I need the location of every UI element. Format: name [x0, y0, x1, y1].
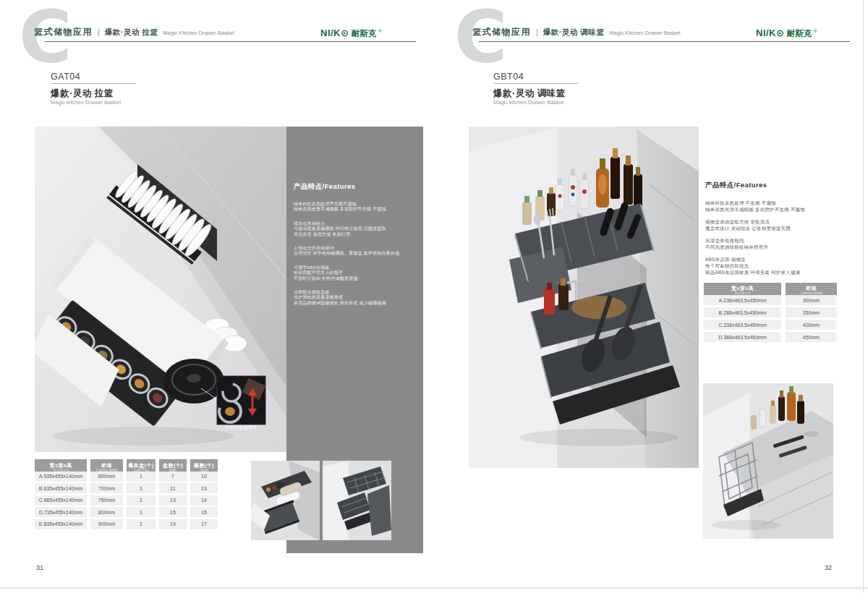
header-underline — [45, 41, 416, 42]
brand-logo-en: NI/K⊙ — [320, 27, 349, 38]
product-title-cn: 爆款·灵动 拉篮 — [51, 88, 114, 100]
inset-detail-photo — [217, 376, 265, 425]
brand-logo-en: NI/K⊙ — [756, 27, 784, 38]
feature-group: 可调节ABS分隔板 轻松匹配不同大小的瓶子 不用时可拆卸 拒绝约束随意摆放 — [294, 265, 414, 281]
feature-group: 纳米科技表面处理 不生锈 不腐蚀 纳米表面光滑手感细腻 多层防护不生锈 不腐蚀 — [705, 200, 844, 213]
spice-basket-illustration — [469, 127, 699, 468]
registered-mark-icon: ® — [378, 29, 381, 33]
feature-line: 纳米表面光滑手感细腻 多层防护不生锈 不腐蚀 — [294, 207, 414, 212]
drawer-basket-illustration — [35, 127, 286, 452]
feature-line: 高深盒体低矮瓶托 — [705, 237, 844, 244]
feature-line: ABS食品级 储物盒 — [705, 256, 844, 263]
table-cell: D.388x463.5x450mm — [704, 332, 781, 342]
feature-group: ABS食品级 储物盒 每个可单独拆卸清洗 精选ABS食品级材质 环保无毒 呵护家… — [705, 256, 844, 276]
feature-line: 不用时可拆卸 拒绝约束随意摆放 — [294, 276, 414, 281]
product-code: GAT04 — [51, 72, 80, 82]
feature-group: 高深盒体低矮瓶托 不同高度调味瓶收纳井然有序 — [705, 237, 844, 250]
header-category: 篮式储物应用 — [34, 26, 93, 38]
feature-line: 采用品牌缓冲隐藏滑轨 推拉轻柔 减少碗碟碰撞 — [294, 301, 414, 306]
feature-line: 不同高度调味瓶收纳井然有序 — [705, 244, 844, 250]
table-cell: 1 — [127, 495, 156, 505]
feature-group: 人性化分区收纳设计 合理分区 科学收纳碗碟架、置物盒 集中收纳分类存放 — [294, 246, 414, 257]
product-code: GBT04 — [493, 72, 524, 82]
table-cell: 1 — [127, 519, 156, 529]
table-cell: 17 — [190, 519, 218, 529]
spec-table-left: 宽x深x高 W x D x H 柜体 Cabinet Width 餐具盒(个) … — [35, 459, 218, 529]
table-cell: 13 — [159, 495, 187, 505]
product-title-cn: 爆款·灵动 调味篮 — [493, 88, 566, 100]
feature-group: 自带防尘滑轨盖板 保护滑轨的质量及顺滑度 采用品牌缓冲隐藏滑轨 推拉轻柔 减少碗… — [294, 290, 414, 306]
table-cell: D.735x455x140mm — [35, 507, 87, 517]
pan — [163, 359, 224, 404]
table-cell: 900mm — [90, 519, 123, 529]
table-cell: 15 — [159, 507, 187, 517]
feature-group: 储物盒灵动提取方便 拿取清洗 魔盒式设计 灵动组合 让收纳更便捷实用 — [705, 218, 844, 231]
header-subtitle-cn: 爆款·灵动 调味篮 — [543, 27, 604, 38]
feature-line: 精选ABS食品级材质 环保无毒 呵护家人健康 — [705, 269, 844, 276]
main-photo-spice-basket — [469, 127, 699, 468]
feature-line: 保护滑轨的质量及顺滑度 — [294, 295, 414, 300]
spec-table-right: 宽x深x高 W x D x H 柜体 Cabinet Width A.238x4… — [704, 283, 837, 342]
header-category: 篮式储物应用 — [472, 26, 531, 38]
features-title: 产品特点/Features — [294, 182, 414, 192]
thumbnail-photo-2 — [323, 461, 391, 540]
table-cell: B.635x455x140mm — [35, 483, 87, 493]
page-number-left: 31 — [36, 564, 43, 571]
features-panel-right: 产品特点/Features 纳米科技表面处理 不生锈 不腐蚀 纳米表面光滑手感细… — [705, 181, 844, 281]
main-photo-drawer-basket — [35, 127, 286, 452]
table-cell: C.685x455x140mm — [35, 495, 87, 505]
page-edge-right — [863, 0, 864, 593]
table-cell: C.338x463.5x450mm — [704, 320, 781, 330]
table-cell: 750mm — [90, 495, 123, 505]
feature-line: 每个可单独拆卸清洗 — [705, 263, 844, 269]
table-cell: A.238x463.5x450mm — [704, 295, 781, 305]
feature-line: 纳米科技表面处理 不生锈 不腐蚀 — [705, 200, 844, 206]
table-cell: 1 — [127, 483, 156, 493]
table-cell: 350mm — [786, 307, 837, 317]
table-cell: 700mm — [90, 483, 123, 493]
page-header-right: 篮式储物应用 | 爆款·灵动 调味篮 Magic Kitchen Drawer … — [472, 26, 681, 38]
product-title-en: Magic kitchen Drawer Basket — [51, 99, 121, 106]
feature-group: 纳米科技表面处理不生锈不腐蚀 纳米表面光滑手感细腻 多层防护不生锈 不腐蚀 — [294, 202, 414, 213]
thumbnail-photo-empty-basket — [703, 383, 833, 539]
table-cell: 400mm — [786, 320, 837, 330]
header-underline — [479, 41, 850, 42]
header-divider: | — [536, 27, 538, 36]
product-code-underline — [493, 83, 579, 84]
thumbnail-photo-1 — [251, 461, 320, 540]
table-cell: 13 — [190, 483, 218, 493]
feature-line: 轻松匹配不同大小的瓶子 — [294, 270, 414, 276]
feature-line: 魔盒式设计 灵动组合 让收纳更便捷实用 — [705, 225, 844, 231]
product-code-underline — [51, 83, 136, 84]
table-cell: 800mm — [90, 507, 123, 517]
page-edge-bottom — [0, 587, 868, 589]
header-subtitle-en: Magic Kitchen Drawer Basket — [609, 30, 680, 36]
registered-mark-icon: ® — [814, 29, 817, 33]
table-cell: 11 — [159, 483, 187, 493]
page-header-left: 篮式储物应用 | 爆款·灵动 拉篮 Magic Kitchen Drawer B… — [34, 26, 234, 38]
page-number-right: 32 — [825, 564, 832, 571]
feature-line: 纳米表面光滑手感细腻 多层防护不生锈 不腐蚀 — [705, 206, 844, 213]
feature-line: 储物盒灵动提取方便 拿取清洗 — [705, 218, 844, 225]
brand-logo-cn: 耐斯克 — [786, 28, 812, 39]
table-cell: 300mm — [786, 295, 837, 305]
product-title-en: Magic kitchen Drawer Basket — [493, 99, 563, 106]
table-cell: 450mm — [786, 332, 837, 342]
feature-line: 可移动底板及碗碟架 均可独立使用 且随意提取 — [294, 226, 414, 231]
brand-logo: NI/K⊙ 耐斯克 ® — [320, 27, 381, 39]
header-subtitle-cn: 爆款·灵动 拉篮 — [105, 27, 158, 38]
table-cell: 19 — [159, 519, 187, 529]
table-cell: E.835x455x140mm — [35, 519, 87, 529]
table-cell: 14 — [190, 495, 218, 505]
feature-line: 合理分区 科学收纳碗碟架、置物盒 集中收纳分类存放 — [294, 251, 414, 256]
table-cell: 1 — [127, 507, 156, 517]
inset-caption: 可左右移动调节 — [216, 425, 266, 431]
header-subtitle-en: Magic Kitchen Drawer Basket — [163, 30, 234, 36]
brand-logo: NI/K⊙ 耐斯克 ® — [756, 27, 817, 39]
features-title: 产品特点/Features — [705, 181, 844, 190]
feature-group: 模块化灵动组合 可移动底板及碗碟架 均可独立使用 且随意提取 灵活多变 使用方便… — [294, 221, 414, 237]
catalog-spread: C 篮式储物应用 | 爆款·灵动 拉篮 Magic Kitchen Drawer… — [0, 0, 868, 593]
brand-logo-cn: 耐斯克 — [351, 28, 376, 39]
table-cell: B.288x463.5x450mm — [704, 307, 781, 317]
feature-line: 灵活多变 使用方便 更易打理 — [294, 232, 414, 237]
